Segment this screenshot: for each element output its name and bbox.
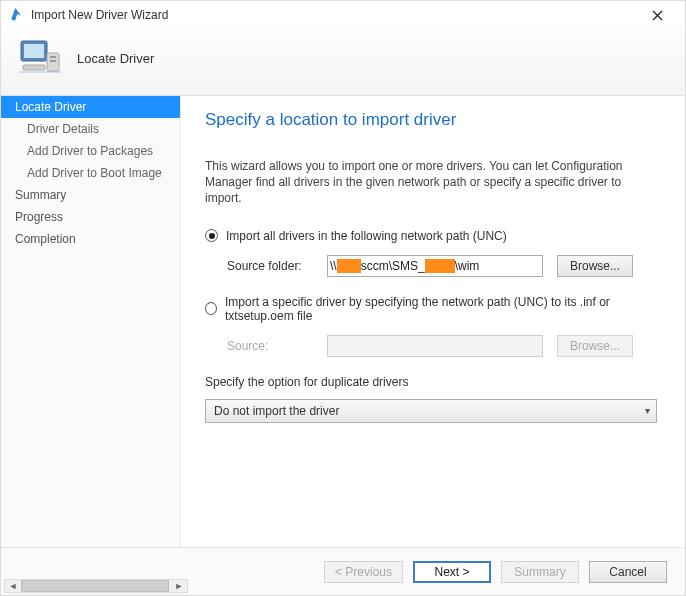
radio-import-all[interactable]: Import all drivers in the following netw… xyxy=(205,229,657,243)
svg-rect-6 xyxy=(19,71,61,73)
scroll-left-arrow-icon[interactable]: ◄ xyxy=(5,580,21,592)
duplicate-option-label: Specify the option for duplicate drivers xyxy=(205,375,657,389)
path-prefix: \\ xyxy=(330,259,337,273)
svg-rect-4 xyxy=(50,60,56,62)
step-add-to-packages[interactable]: Add Driver to Packages xyxy=(1,140,180,162)
button-label: < Previous xyxy=(335,565,392,579)
wizard-arrow-icon xyxy=(9,7,25,23)
path-mid: sccm\SMS_ xyxy=(361,259,425,273)
radio-label: Import all drivers in the following netw… xyxy=(226,229,507,243)
step-summary[interactable]: Summary xyxy=(1,184,180,206)
step-label: Summary xyxy=(15,188,66,202)
window-title: Import New Driver Wizard xyxy=(31,8,637,22)
radio-icon xyxy=(205,229,218,242)
sidebar-horizontal-scrollbar[interactable]: ◄ ► xyxy=(4,579,188,593)
path-suffix: \wim xyxy=(455,259,480,273)
main-area: Locate Driver Driver Details Add Driver … xyxy=(1,96,685,548)
source-label: Source: xyxy=(227,339,327,353)
step-completion[interactable]: Completion xyxy=(1,228,180,250)
duplicate-option-select[interactable]: Do not import the driver ▾ xyxy=(205,399,657,423)
redacted-segment xyxy=(425,259,455,273)
browse-source-button: Browse... xyxy=(557,335,633,357)
source-input xyxy=(327,335,543,357)
wizard-steps-sidebar: Locate Driver Driver Details Add Driver … xyxy=(1,96,181,548)
step-label: Add Driver to Boot Image xyxy=(27,166,162,180)
redacted-segment xyxy=(337,259,361,273)
svg-rect-1 xyxy=(24,44,44,58)
step-progress[interactable]: Progress xyxy=(1,206,180,228)
select-value: Do not import the driver xyxy=(214,404,339,418)
content-pane: Specify a location to import driver This… xyxy=(181,96,685,548)
svg-rect-5 xyxy=(23,65,45,70)
intro-text: This wizard allows you to import one or … xyxy=(205,158,657,207)
page-title: Locate Driver xyxy=(77,51,154,66)
step-label: Add Driver to Packages xyxy=(27,144,153,158)
svg-rect-3 xyxy=(50,56,56,58)
radio-label: Import a specific driver by specifying t… xyxy=(225,295,657,323)
summary-button: Summary xyxy=(501,561,579,583)
chevron-down-icon: ▾ xyxy=(645,405,650,416)
step-locate-driver[interactable]: Locate Driver xyxy=(1,96,180,118)
button-label: Browse... xyxy=(570,339,620,353)
browse-source-folder-button[interactable]: Browse... xyxy=(557,255,633,277)
step-label: Driver Details xyxy=(27,122,99,136)
content-heading: Specify a location to import driver xyxy=(205,110,657,130)
button-label: Next > xyxy=(434,565,469,579)
step-label: Progress xyxy=(15,210,63,224)
source-row: Source: Browse... xyxy=(227,335,657,357)
button-label: Cancel xyxy=(609,565,646,579)
scroll-thumb[interactable] xyxy=(21,580,169,592)
source-folder-row: Source folder: \\sccm\SMS_\wim Browse... xyxy=(227,255,657,277)
wizard-header: Locate Driver xyxy=(1,29,685,96)
source-folder-input[interactable]: \\sccm\SMS_\wim xyxy=(327,255,543,277)
button-label: Browse... xyxy=(570,259,620,273)
step-label: Completion xyxy=(15,232,76,246)
scroll-right-arrow-icon[interactable]: ► xyxy=(171,580,187,592)
radio-import-specific[interactable]: Import a specific driver by specifying t… xyxy=(205,295,657,323)
scroll-track[interactable] xyxy=(21,580,171,592)
next-button[interactable]: Next > xyxy=(413,561,491,583)
button-label: Summary xyxy=(514,565,565,579)
step-label: Locate Driver xyxy=(15,100,86,114)
titlebar: Import New Driver Wizard xyxy=(1,1,685,29)
step-driver-details[interactable]: Driver Details xyxy=(1,118,180,140)
computer-icon xyxy=(17,35,63,81)
cancel-button[interactable]: Cancel xyxy=(589,561,667,583)
radio-icon xyxy=(205,302,217,315)
source-folder-value: \\sccm\SMS_\wim xyxy=(330,259,479,273)
previous-button: < Previous xyxy=(324,561,403,583)
step-add-to-boot-image[interactable]: Add Driver to Boot Image xyxy=(1,162,180,184)
close-button[interactable] xyxy=(637,1,677,29)
source-folder-label: Source folder: xyxy=(227,259,327,273)
